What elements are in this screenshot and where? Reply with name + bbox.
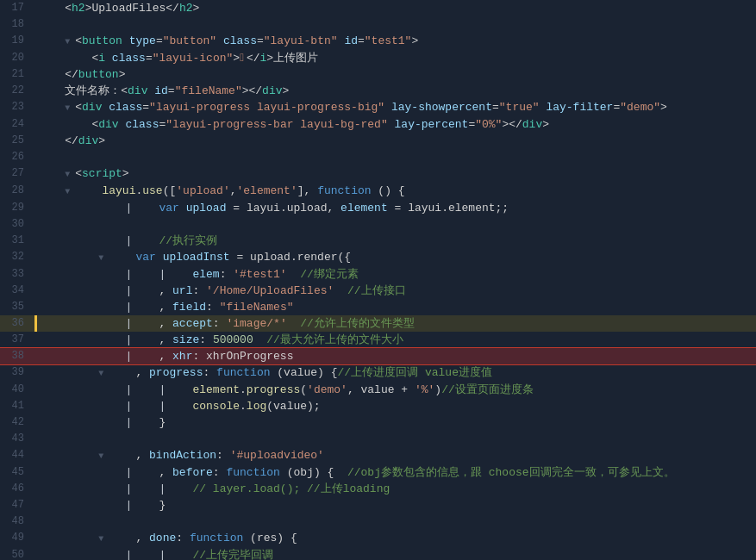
code-line-21: 21 </button>	[0, 66, 756, 83]
code-line-38: 38 | , xhr: xhrOnProgress	[0, 348, 756, 364]
code-line-30: 30	[0, 216, 756, 233]
code-line-18: 18	[0, 16, 756, 33]
code-line-37: 37 | , size: 500000 //最大允许上传的文件大小	[0, 332, 756, 348]
code-line-35: 35 | , field: "fileNames"	[0, 299, 756, 315]
code-line-42: 42 | }	[0, 414, 756, 431]
code-line-20: 20 <i class="layui-icon"></i>上传图片	[0, 50, 756, 66]
code-line-28: 28 ▼ layui.use(['upload','element'], fun…	[0, 183, 756, 200]
code-line-26: 26	[0, 149, 756, 165]
code-line-47: 47 | }	[0, 497, 756, 513]
code-line-17: 17 <h2>UploadFiles</h2>	[0, 0, 756, 16]
code-editor: 17 <h2>UploadFiles</h2> 18 19 ▼<button t…	[0, 0, 756, 560]
code-line-25: 25 </div>	[0, 133, 756, 149]
code-line-22: 22 文件名称：<div id="fileName"></div>	[0, 83, 756, 99]
code-line-31: 31 | //执行实例	[0, 233, 756, 249]
code-line-48: 48	[0, 513, 756, 530]
code-line-23: 23 ▼<div class="layui-progress layui-pro…	[0, 99, 756, 116]
code-line-36: 36 | , accept: 'image/*' //允许上传的文件类型	[0, 315, 756, 332]
code-line-24: 24 <div class="layui-progress-bar layui-…	[0, 116, 756, 133]
code-line-40: 40 | | element.progress('demo', value + …	[0, 382, 756, 398]
code-line-34: 34 | , url: '/Home/UploadFiles' //上传接口	[0, 283, 756, 299]
code-line-32: 32 ▼ var uploadInst = upload.render({	[0, 249, 756, 266]
code-line-27: 27 ▼<script>	[0, 165, 756, 183]
code-line-44: 44 ▼ , bindAction: '#uploadvideo'	[0, 447, 756, 464]
code-line-41: 41 | | console.log(value);	[0, 398, 756, 414]
code-line-45: 45 | , before: function (obj) { //obj参数包…	[0, 464, 756, 481]
code-line-49: 49 ▼ , done: function (res) {	[0, 530, 756, 547]
code-line-33: 33 | | elem: '#test1' //绑定元素	[0, 266, 756, 283]
code-line-19: 19 ▼<button type="button" class="layui-b…	[0, 33, 756, 50]
code-line-50: 50 | | //上传完毕回调	[0, 547, 756, 560]
code-line-43: 43	[0, 431, 756, 447]
code-line-29: 29 | var upload = layui.upload, element …	[0, 200, 756, 216]
code-line-39: 39 ▼ , progress: function (value) {//上传进…	[0, 364, 756, 382]
code-line-46: 46 | | // layer.load(); //上传loading	[0, 481, 756, 497]
